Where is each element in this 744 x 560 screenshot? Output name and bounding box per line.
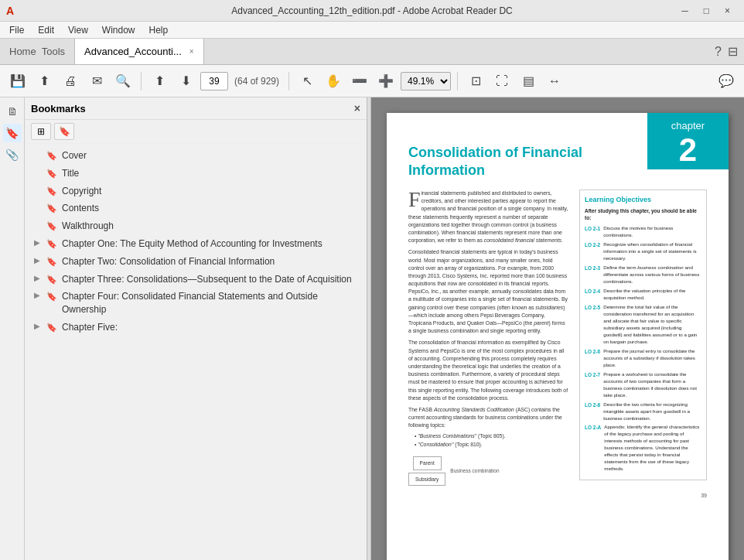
- tab-doc-label: Advanced_Accounti...: [84, 46, 182, 57]
- bookmark-contents[interactable]: 🔖 Contents: [25, 200, 367, 217]
- prev-page-button[interactable]: ⬆: [148, 70, 171, 93]
- sidebar-pages-icon[interactable]: 🗎: [3, 102, 22, 121]
- bookmark-icon: 🔖: [46, 150, 57, 162]
- title-bar: A Advanced_Accounting_12th_edition.pdf -…: [0, 0, 744, 22]
- pdf-page: chapter 2 Consolidation of Financial Inf…: [387, 113, 729, 560]
- acrobat-icon: A: [6, 5, 14, 17]
- bookmark-icon: 🔖: [46, 291, 57, 302]
- tab-document[interactable]: Advanced_Accounti... ×: [75, 39, 204, 64]
- sep1: [141, 72, 142, 90]
- sep2: [288, 72, 289, 90]
- chapter-title: Consolidation of Financial Information: [408, 144, 622, 179]
- tab-close-icon[interactable]: ×: [189, 47, 194, 56]
- tab-bar: Home Tools Advanced_Accounti... × ? ⊟: [0, 39, 744, 65]
- bookmarks-close-icon[interactable]: ×: [354, 102, 360, 114]
- left-column: Financial statements published and distr…: [408, 190, 568, 486]
- bookmark-icon: 🔖: [46, 322, 57, 333]
- fit-page-button[interactable]: ⊡: [464, 70, 487, 93]
- learning-objectives-title: Learning Objectives: [585, 195, 701, 205]
- bookmark-ch1[interactable]: ▶ 🔖 Chapter One: The Equity Method of Ac…: [25, 235, 367, 253]
- bookmarks-list[interactable]: 🔖 Cover 🔖 Title 🔖 Copyright 🔖 Contents: [25, 144, 367, 560]
- lo-item-a: LO 2-A Appendix: Identify the general ch…: [585, 424, 701, 473]
- lo-item-8: LO 2-8 Describe the two criteria for rec…: [585, 401, 701, 422]
- bullet-1: • "Business Combinations" (Topic 805).: [415, 432, 568, 440]
- lo-item-5: LO 2-5 Determine the total fair value of…: [585, 304, 701, 346]
- diagram-label: Business combination: [450, 467, 499, 475]
- bullet-list: • "Business Combinations" (Topic 805). •…: [415, 432, 568, 448]
- new-bookmark-button[interactable]: 🔖: [54, 123, 74, 140]
- bookmark-cover[interactable]: 🔖 Cover: [25, 147, 367, 165]
- minimize-btn[interactable]: ─: [674, 5, 696, 16]
- page-body: Financial statements published and distr…: [408, 190, 707, 486]
- bookmark-copyright[interactable]: 🔖 Copyright: [25, 183, 367, 200]
- hand-tool[interactable]: ✋: [322, 70, 345, 93]
- email-button[interactable]: ✉: [85, 70, 108, 93]
- diagram: Parent Subsidiary Business combination: [408, 456, 568, 487]
- page-number-input[interactable]: 39: [200, 72, 228, 90]
- upload-button[interactable]: ⬆: [32, 70, 56, 93]
- menu-view[interactable]: View: [62, 23, 94, 37]
- print-button[interactable]: 🖨: [59, 70, 82, 93]
- body-paragraph-3: The consolidation of financial informati…: [408, 339, 568, 402]
- bookmark-icon: 🔖: [46, 203, 57, 214]
- save-button[interactable]: 💾: [6, 70, 29, 93]
- zoom-out-button[interactable]: ➖: [348, 70, 371, 93]
- bookmark-title[interactable]: 🔖 Title: [25, 165, 367, 183]
- toolbar: 💾 ⬆ 🖨 ✉ 🔍 ⬆ ⬇ 39 (64 of 929) ↖ ✋ ➖ ➕ 49.…: [0, 65, 744, 97]
- parent-box: Parent: [413, 456, 442, 470]
- lo-item-2: LO 2-2 Recognize when consolidation of f…: [585, 241, 701, 262]
- rotate-button[interactable]: ↔: [543, 70, 566, 93]
- bookmarks-header: Bookmarks ×: [25, 97, 367, 120]
- search-button[interactable]: 🔍: [111, 70, 135, 93]
- learning-objectives-box: Learning Objectives After studying this …: [579, 190, 707, 480]
- bookmark-ch4[interactable]: ▶ 🔖 Chapter Four: Consolidated Financial…: [25, 288, 367, 319]
- pdf-viewer[interactable]: chapter 2 Consolidation of Financial Inf…: [371, 97, 744, 560]
- sep3: [457, 72, 458, 90]
- close-btn[interactable]: ×: [717, 5, 738, 16]
- chapter-number: 2: [650, 134, 725, 166]
- bookmark-icon: 🔖: [46, 256, 57, 268]
- expand-all-button[interactable]: ⊞: [31, 123, 51, 140]
- menu-file[interactable]: File: [3, 23, 30, 37]
- bookmark-walkthrough[interactable]: 🔖 Walkthrough: [25, 217, 367, 235]
- page-number-display: 39: [408, 492, 707, 500]
- bookmark-ch5[interactable]: ▶ 🔖 Chapter Five:: [25, 319, 367, 336]
- learning-objectives-subtitle: After studying this chapter, you should …: [585, 207, 701, 222]
- lo-item-1: LO 2-1 Discuss the motives for business …: [585, 225, 701, 239]
- sidebar-bookmarks-icon[interactable]: 🔖: [3, 124, 22, 142]
- tools-pane-icon[interactable]: ⊟: [728, 44, 738, 59]
- bookmark-icon: 🔖: [46, 238, 57, 250]
- lo-item-7: LO 2-7 Prepare a worksheet to consolidat…: [585, 371, 701, 399]
- presentation-button[interactable]: ▤: [517, 70, 540, 93]
- tab-home-tools-label: Home Tools: [9, 46, 65, 57]
- bookmark-icon: 🔖: [46, 186, 57, 197]
- main-content: 🗎 🔖 📎 Bookmarks × ⊞ 🔖 🔖 Cover 🔖 Title: [0, 97, 744, 560]
- comment-button[interactable]: 💬: [715, 70, 738, 93]
- bullet-2: • "Consolidation" (Topic 810).: [415, 441, 568, 449]
- lo-item-4: LO 2-4 Describe the valuation principles…: [585, 288, 701, 302]
- app-title: Advanced_Accounting_12th_edition.pdf - A…: [231, 5, 513, 16]
- bookmarks-panel: Bookmarks × ⊞ 🔖 🔖 Cover 🔖 Title �: [25, 97, 367, 560]
- help-icon[interactable]: ?: [715, 45, 722, 59]
- bookmark-icon: 🔖: [46, 168, 57, 179]
- cursor-tool[interactable]: ↖: [295, 70, 319, 93]
- sidebar-attachments-icon[interactable]: 📎: [3, 145, 22, 164]
- menu-bar: File Edit View Window Help: [0, 22, 744, 39]
- zoom-in-button[interactable]: ➕: [374, 70, 398, 93]
- bookmark-ch3[interactable]: ▶ 🔖 Chapter Three: Consolidations—Subseq…: [25, 271, 367, 289]
- drop-cap: F: [408, 191, 421, 208]
- lo-item-3: LO 2-3 Define the term business combinat…: [585, 265, 701, 285]
- body-paragraph-1: Financial statements published and distr…: [408, 190, 568, 244]
- bookmark-icon: 🔖: [46, 274, 57, 285]
- subsidiary-box: Subsidiary: [408, 473, 445, 487]
- menu-edit[interactable]: Edit: [32, 23, 60, 37]
- maximize-btn[interactable]: □: [696, 5, 717, 16]
- page-total: (64 of 929): [234, 76, 279, 87]
- bookmark-ch2[interactable]: ▶ 🔖 Chapter Two: Consolidation of Financ…: [25, 253, 367, 271]
- next-page-button[interactable]: ⬇: [174, 70, 197, 93]
- menu-help[interactable]: Help: [143, 23, 175, 37]
- menu-window[interactable]: Window: [96, 23, 142, 37]
- full-screen-button[interactable]: ⛶: [490, 70, 514, 93]
- zoom-select[interactable]: 49.1% 50% 75% 100%: [401, 72, 451, 90]
- tab-home-tools[interactable]: Home Tools: [0, 39, 75, 64]
